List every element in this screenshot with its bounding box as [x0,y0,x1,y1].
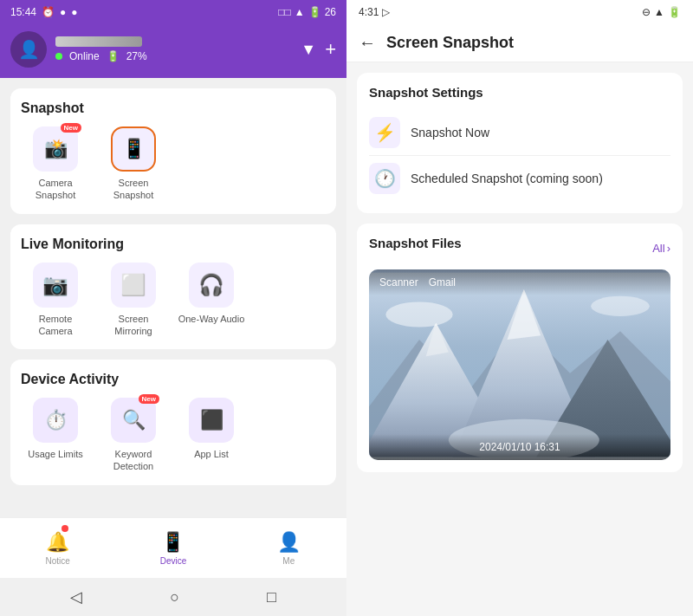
right-status-right: ⊖ ▲ 🔋 [642,6,681,18]
recents-system-btn[interactable]: □ [249,583,294,612]
screen-mirroring-icon: ⬜ [120,273,146,297]
mountain-svg [369,269,670,460]
snapshot-settings-title: Snapshot Settings [369,85,670,100]
media-icon: ● [60,6,66,18]
app-list-label: App List [194,448,229,460]
live-monitoring-title: Live Monitoring [21,237,326,252]
keyword-detection-icon-box: 🔍 New [111,398,156,443]
app-label-scanner: Scanner [379,276,418,289]
alarm-icon: ⏰ [42,6,55,18]
keyword-detection-badge: New [139,394,159,404]
svg-point-8 [385,302,452,327]
header-user: 👤 Online 🔋 27% [10,31,147,68]
status-row: Online 🔋 27% [55,50,147,62]
snapshot-thumbnail[interactable]: Scanner Gmail 2024/01/10 16:31 [369,269,670,460]
online-label: Online [69,50,100,62]
thumbnail-timestamp: 2024/01/10 16:31 [479,441,560,453]
dual-sim-icon: □□ [278,6,291,18]
one-way-audio-icon-box: 🎧 [189,263,234,308]
me-label: Me [282,556,295,566]
notice-icon: 🔔 [46,531,69,554]
app-list-icon-box: ⬛ [189,398,234,443]
sidebar-item-usage-limits[interactable]: ⏱️ Usage Limits [21,398,90,473]
right-status-bar: 4:31 ▷ ⊖ ▲ 🔋 [346,0,693,24]
snapshot-now-icon: ⚡ [374,122,396,143]
remote-camera-label: Remote Camera [21,313,90,338]
main-content: Snapshot 📸 New Camera Snapshot 📱 Screen … [0,78,346,517]
right-triangle-icon: ▷ [382,6,390,18]
one-way-audio-label: One-Way Audio [178,313,245,325]
device-icon: 📱 [161,531,185,554]
device-activity-icons-row: ⏱️ Usage Limits 🔍 New Keyword Detection … [21,398,326,473]
snapshot-title: Snapshot [21,101,326,116]
back-button[interactable]: ← [359,33,376,53]
battery-emoji: 🔋 [107,50,120,62]
thumbnail-top-overlay: Scanner Gmail [369,269,670,295]
sidebar-item-screen-mirroring[interactable]: ⬜ Screen Mirroring [99,263,168,338]
nav-item-device[interactable]: 📱 Device [115,518,230,578]
all-files-link[interactable]: All › [652,242,670,255]
scheduled-snapshot-icon-box: 🕐 [369,163,400,194]
usage-limits-label: Usage Limits [28,448,83,460]
right-status-left: 4:31 ▷ [359,6,390,18]
battery-level: 26 [325,6,336,18]
sidebar-item-screen-snapshot[interactable]: 📱 Screen Snapshot [99,126,168,202]
left-status-bar: 15:44 ⏰ ● ● □□ ▲ 🔋 26 [0,0,346,24]
add-icon[interactable]: + [325,38,336,61]
screen-mirroring-label: Screen Mirroring [99,313,168,338]
remote-camera-icon: 📷 [42,273,68,297]
user-info: Online 🔋 27% [55,36,147,62]
online-indicator [55,53,62,60]
right-circle-icon: ⊖ [642,6,651,18]
scheduled-snapshot-label: Scheduled Snapshot (coming soon) [411,172,603,185]
sidebar-item-remote-camera[interactable]: 📷 Remote Camera [21,263,90,338]
bottom-nav: 🔔 Notice 📱 Device 👤 Me [0,517,346,578]
screen-snapshot-icon: 📱 [122,138,146,160]
app-list-icon: ⬛ [200,409,223,431]
scheduled-snapshot-row[interactable]: 🕐 Scheduled Snapshot (coming soon) [369,155,670,201]
right-battery-icon: 🔋 [668,6,681,18]
nav-item-notice[interactable]: 🔔 Notice [0,518,115,578]
left-panel: 15:44 ⏰ ● ● □□ ▲ 🔋 26 👤 Online 🔋 27% [0,0,346,616]
status-bar-right: □□ ▲ 🔋 26 [278,6,336,18]
back-system-btn[interactable]: ◁ [53,582,100,612]
battery-icon: 🔋 [308,6,321,18]
right-header: ← Screen Snapshot [346,24,693,62]
nav-item-me[interactable]: 👤 Me [231,518,346,578]
status-bar-left: 15:44 ⏰ ● ● [10,6,78,18]
system-nav: ◁ ○ □ [0,578,346,616]
header-actions: ▼ + [301,38,336,61]
notice-badge [62,525,68,532]
remote-camera-icon-box: 📷 [33,263,78,308]
time-display: 15:44 [10,6,36,18]
home-system-btn[interactable]: ○ [152,583,197,612]
live-monitoring-icons-row: 📷 Remote Camera ⬜ Screen Mirroring 🎧 One… [21,263,326,338]
snapshot-section: Snapshot 📸 New Camera Snapshot 📱 Screen … [10,88,336,214]
wifi-icon: ▲ [295,6,305,18]
one-way-audio-icon: 🎧 [198,273,224,297]
snapshot-files-title: Snapshot Files [369,236,462,250]
files-header: Snapshot Files All › [369,236,670,261]
screen-snapshot-label: Screen Snapshot [99,177,168,202]
snapshot-now-row[interactable]: ⚡ Snapshot Now [369,110,670,155]
right-panel: 4:31 ▷ ⊖ ▲ 🔋 ← Screen Snapshot Snapshot … [346,0,693,616]
right-time: 4:31 [359,6,379,18]
sidebar-item-camera-snapshot[interactable]: 📸 New Camera Snapshot [21,126,90,202]
dropdown-icon[interactable]: ▼ [301,41,316,59]
sidebar-item-one-way-audio[interactable]: 🎧 One-Way Audio [177,263,246,338]
usage-limits-icon-box: ⏱️ [33,398,78,443]
avatar: 👤 [10,31,47,68]
right-content: Snapshot Settings ⚡ Snapshot Now 🕐 Sched… [346,62,693,616]
sidebar-item-keyword-detection[interactable]: 🔍 New Keyword Detection [99,398,168,473]
svg-point-9 [591,296,650,316]
keyword-detection-label: Keyword Detection [99,448,168,473]
snapshot-files-card: Snapshot Files All › [357,224,683,472]
username-bar [55,36,142,47]
sidebar-item-app-list[interactable]: ⬛ App List [177,398,246,473]
snapshot-now-label: Snapshot Now [411,126,489,139]
camera-snapshot-icon-box: 📸 New [33,126,78,172]
header-bar: 👤 Online 🔋 27% ▼ + [0,24,346,78]
thumbnail-bottom-overlay: 2024/01/10 16:31 [369,434,670,460]
scheduled-snapshot-icon: 🕐 [374,168,396,189]
me-icon: 👤 [277,531,301,554]
